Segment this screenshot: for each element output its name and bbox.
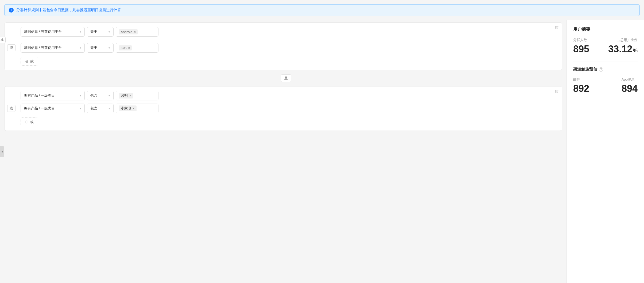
percent-sign: % — [633, 48, 638, 54]
tag-lighting-text: 照明 — [121, 93, 128, 98]
count-value: 895 — [573, 44, 589, 55]
chevron-down-icon: ▾ — [80, 46, 81, 50]
group-block-1: 基础信息 / 当前使用平台 ▾ 等于 ▾ android × — [4, 22, 562, 70]
tag-input-1-2[interactable]: iOS × — [116, 43, 158, 53]
plus-icon-1: ⊕ — [25, 59, 29, 64]
tag-appliance: 小家电 × — [119, 105, 137, 111]
add-or-label-1: 或 — [30, 59, 34, 64]
chevron-down-icon: ▾ — [108, 94, 110, 97]
add-or-label-2: 或 — [30, 120, 34, 124]
condition-row-1-1: 基础信息 / 当前使用平台 ▾ 等于 ▾ android × — [21, 27, 557, 37]
add-or-button-2[interactable]: ⊕ 或 — [21, 117, 38, 126]
user-summary-section: 用户摘要 分群人数 占总用户比例 895 33.12 % — [573, 27, 638, 55]
field-select-2-1-text: 拥有产品 / 一级类目 — [24, 93, 55, 98]
chevron-down-icon: ▾ — [80, 94, 81, 97]
tag-ios-close[interactable]: × — [128, 46, 130, 49]
operator-select-2-2-text: 包含 — [90, 106, 97, 111]
divider — [573, 61, 638, 61]
tag-appliance-text: 小家电 — [121, 106, 131, 111]
tag-input-2-2[interactable]: 小家电 × — [116, 104, 158, 113]
chevron-down-icon: ▾ — [108, 30, 110, 34]
operator-select-1-1[interactable]: 等于 ▾ — [87, 27, 114, 37]
email-value: 892 — [573, 83, 589, 94]
operator-select-2-1[interactable]: 包含 ▾ — [87, 91, 114, 100]
tag-appliance-close[interactable]: × — [133, 107, 134, 110]
add-or-button-1[interactable]: ⊕ 或 — [21, 57, 38, 66]
and-connector: 且 — [4, 72, 562, 84]
summary-labels-row: 分群人数 占总用户比例 — [573, 38, 638, 42]
inline-or-badge-1: 或 — [0, 37, 6, 43]
info-icon: i — [9, 8, 14, 13]
field-select-1-2[interactable]: 基础信息 / 当前使用平台 ▾ — [21, 43, 85, 53]
channel-title: 渠道触达预估 ? — [573, 67, 638, 72]
or-badge-2: 或 — [7, 105, 15, 112]
percent-label: 占总用户比例 — [617, 38, 638, 42]
tag-lighting-close[interactable]: × — [129, 94, 131, 97]
count-label: 分群人数 — [573, 38, 587, 42]
chevron-down-icon: ▾ — [80, 30, 81, 34]
plus-icon-2: ⊕ — [25, 119, 29, 124]
or-badge-1: 或 — [7, 44, 15, 51]
operator-select-2-2[interactable]: 包含 ▾ — [87, 104, 114, 113]
channel-numbers: 邮件 892 App消息 894 — [573, 77, 638, 94]
chevron-down-icon: ▾ — [108, 46, 110, 50]
operator-select-2-1-text: 包含 — [90, 93, 97, 98]
tag-lighting: 照明 × — [119, 93, 133, 99]
operator-select-1-2[interactable]: 等于 ▾ — [87, 43, 114, 53]
condition-row-2-2: 或 拥有产品 / 一级类目 ▾ 包含 ▾ 小家电 × — [21, 104, 557, 113]
email-channel: 邮件 892 — [573, 77, 589, 94]
tag-ios-text: iOS — [121, 46, 127, 50]
percent-value: 33.12 — [608, 44, 632, 55]
operator-select-1-2-text: 等于 — [90, 45, 97, 50]
field-select-2-2-text: 拥有产品 / 一级类目 — [24, 106, 55, 111]
field-select-2-1[interactable]: 拥有产品 / 一级类目 ▾ — [21, 91, 85, 100]
tag-android-close[interactable]: × — [134, 30, 135, 33]
summary-title: 用户摘要 — [573, 27, 638, 32]
field-select-1-1[interactable]: 基础信息 / 当前使用平台 ▾ — [21, 27, 85, 37]
tag-android: android × — [119, 29, 138, 34]
tag-input-2-1[interactable]: 照明 × — [116, 91, 158, 100]
app-value: 894 — [622, 83, 638, 94]
chevron-down-icon: ▾ — [108, 107, 110, 110]
left-panel: « 基础信息 / 当前使用平台 ▾ 等于 — [0, 20, 567, 283]
tag-input-1-1[interactable]: android × — [116, 27, 158, 37]
tag-ios: iOS × — [119, 45, 132, 50]
field-select-1-2-text: 基础信息 / 当前使用平台 — [24, 45, 62, 50]
and-badge: 且 — [281, 74, 291, 82]
channel-section: 渠道触达预估 ? 邮件 892 App消息 894 — [573, 67, 638, 94]
field-select-2-2[interactable]: 拥有产品 / 一级类目 ▾ — [21, 104, 85, 113]
group-block-2: 拥有产品 / 一级类目 ▾ 包含 ▾ 照明 × — [4, 86, 562, 131]
info-banner: i 分群计算规则中若包含今日数据，则会推迟至明日凌晨进行计算 — [4, 4, 640, 16]
email-label: 邮件 — [573, 77, 589, 82]
summary-numbers: 895 33.12 % — [573, 44, 638, 55]
banner-text: 分群计算规则中若包含今日数据，则会推迟至明日凌晨进行计算 — [16, 8, 121, 13]
app-channel: App消息 894 — [622, 77, 638, 94]
tag-android-text: android — [121, 30, 132, 34]
help-icon[interactable]: ? — [599, 67, 603, 72]
collapse-toggle[interactable]: « — [0, 146, 4, 157]
operator-select-1-1-text: 等于 — [90, 29, 97, 34]
channel-title-text: 渠道触达预估 — [573, 67, 597, 72]
condition-row-2-1: 拥有产品 / 一级类目 ▾ 包含 ▾ 照明 × — [21, 91, 557, 100]
field-select-1-1-text: 基础信息 / 当前使用平台 — [24, 29, 62, 34]
chevron-down-icon: ▾ — [80, 107, 81, 110]
app-label: App消息 — [622, 77, 638, 82]
right-panel: 用户摘要 分群人数 占总用户比例 895 33.12 % 渠道触达预估 ? — [567, 20, 644, 283]
condition-row-1-2: 或 基础信息 / 当前使用平台 ▾ 等于 ▾ iOS × — [21, 43, 557, 53]
